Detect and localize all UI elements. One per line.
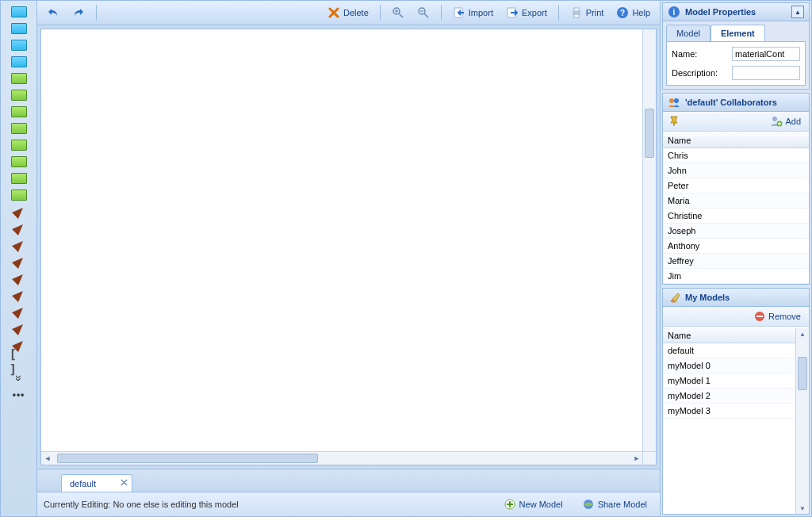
canvas-area: ◄ ►	[37, 25, 660, 469]
name-input[interactable]	[732, 47, 800, 61]
description-label: Description:	[672, 68, 727, 78]
tool-arrow-4[interactable]	[10, 254, 29, 270]
collaborator-row[interactable]: Peter	[663, 178, 809, 193]
collaborator-row[interactable]: Christine	[663, 209, 809, 224]
tool-green-3[interactable]	[10, 104, 29, 120]
scrollbar-thumb[interactable]	[57, 454, 318, 463]
tool-arrow-8[interactable]	[10, 320, 29, 336]
model-row[interactable]: myModel 3	[663, 404, 796, 419]
svg-point-21	[772, 117, 777, 121]
print-button[interactable]: Print	[565, 5, 609, 21]
zoom-out-icon	[417, 6, 430, 19]
tool-green-5[interactable]	[10, 137, 29, 153]
tool-cyan-1[interactable]	[10, 4, 29, 20]
tool-arrow-5[interactable]	[10, 270, 29, 286]
redo-button[interactable]	[67, 5, 90, 21]
model-row[interactable]: myModel 2	[663, 389, 796, 404]
help-label: Help	[632, 8, 650, 17]
add-collaborator-button[interactable]: Add	[767, 114, 804, 128]
svg-text:i: i	[673, 8, 676, 17]
redo-icon	[72, 6, 85, 19]
help-button[interactable]: ? Help	[611, 5, 655, 21]
toolbar-separator	[96, 5, 97, 21]
svg-point-18	[669, 98, 674, 103]
tab-model[interactable]: Model	[666, 25, 710, 41]
tool-arrow-3[interactable]	[10, 237, 29, 253]
collapse-button[interactable]: ▲	[791, 6, 804, 18]
tool-arrow-7[interactable]	[10, 304, 29, 320]
tool-green-1[interactable]	[10, 71, 29, 86]
tool-bracket[interactable]: [ ]	[10, 354, 29, 370]
tool-green-4[interactable]	[10, 121, 29, 136]
tab-close-icon[interactable]	[119, 477, 128, 487]
description-input[interactable]	[732, 66, 800, 80]
canvas-vertical-scrollbar[interactable]	[642, 29, 656, 452]
collaborator-row[interactable]: Joseph	[663, 224, 809, 239]
tool-cyan-4[interactable]	[10, 54, 29, 70]
app-root: [ ] » •••	[0, 0, 812, 517]
add-label: Add	[785, 117, 801, 126]
zoomin-button[interactable]	[387, 5, 409, 21]
right-column: i Model Properties ▲ Model Element Name:…	[661, 1, 811, 516]
model-row[interactable]: myModel 0	[663, 358, 796, 373]
collaborator-row[interactable]: John	[663, 163, 809, 178]
canvas-horizontal-scrollbar[interactable]: ◄ ►	[41, 451, 643, 465]
scroll-up-icon[interactable]: ▲	[796, 328, 809, 339]
pin-icon[interactable]	[668, 115, 680, 128]
tool-dots[interactable]: •••	[10, 387, 29, 403]
collaborator-row[interactable]: Jim	[663, 269, 809, 284]
plus-icon	[504, 498, 516, 511]
zoomout-button[interactable]	[412, 5, 435, 21]
scroll-right-icon[interactable]: ►	[630, 454, 643, 462]
collaborator-row[interactable]: Jeffrey	[663, 254, 809, 269]
print-icon	[570, 6, 583, 19]
undo-button[interactable]	[42, 5, 64, 21]
canvas[interactable]: ◄ ►	[40, 29, 657, 465]
tool-cyan-2[interactable]	[10, 21, 29, 36]
models-list-wrap: Name defaultmyModel 0myModel 1myModel 2m…	[663, 328, 809, 514]
tool-green-8[interactable]	[10, 187, 29, 203]
tool-cyan-3[interactable]	[10, 37, 29, 53]
models-grid: Name defaultmyModel 0myModel 1myModel 2m…	[663, 328, 796, 419]
svg-rect-24	[756, 316, 763, 317]
svg-rect-10	[574, 8, 579, 11]
tab-strip: default	[37, 469, 660, 492]
collaborator-row[interactable]: Chris	[663, 148, 809, 163]
scroll-left-icon[interactable]: ◄	[41, 454, 54, 462]
model-row[interactable]: default	[663, 343, 796, 358]
new-model-button[interactable]: New Model	[497, 496, 569, 512]
print-label: Print	[586, 8, 604, 17]
scroll-down-icon[interactable]: ▼	[796, 503, 809, 514]
tool-green-6[interactable]	[10, 154, 29, 170]
tool-arrow-6[interactable]	[10, 287, 29, 303]
collaborators-grid: Name ChrisJohnPeterMariaChristineJosephA…	[663, 133, 809, 284]
panel-title: 'default' Collaborators	[685, 98, 777, 107]
panel-title: My Models	[685, 293, 730, 302]
status-bar: Currently Editing: No one else is editin…	[37, 492, 660, 516]
tool-arrow-2[interactable]	[10, 220, 29, 236]
import-label: Import	[469, 8, 493, 17]
share-model-button[interactable]: Share Model	[576, 496, 653, 512]
share-model-label: Share Model	[598, 500, 647, 509]
delete-button[interactable]: Delete	[323, 5, 373, 21]
grid-header: Name	[663, 328, 796, 343]
collaborator-row[interactable]: Anthony	[663, 239, 809, 254]
models-vertical-scrollbar[interactable]: ▲ ▼	[795, 328, 809, 514]
remove-model-button[interactable]: Remove	[750, 309, 804, 324]
model-row[interactable]: myModel 1	[663, 373, 796, 389]
toolbar-separator	[441, 5, 442, 21]
scrollbar-thumb[interactable]	[645, 109, 654, 158]
import-button[interactable]: Import	[448, 5, 498, 21]
tab-default[interactable]: default	[61, 474, 132, 492]
collaborator-row[interactable]: Maria	[663, 193, 809, 209]
info-icon: i	[668, 6, 680, 18]
remove-label: Remove	[768, 312, 801, 321]
export-button[interactable]: Export	[501, 5, 552, 21]
tool-arrow-1[interactable]	[10, 204, 29, 220]
tab-element[interactable]: Element	[710, 25, 765, 41]
tool-green-7[interactable]	[10, 170, 29, 186]
tool-chevrons[interactable]: »	[10, 370, 29, 386]
toolbar-separator	[558, 5, 559, 21]
scrollbar-thumb[interactable]	[798, 357, 807, 390]
tool-green-2[interactable]	[10, 87, 29, 103]
